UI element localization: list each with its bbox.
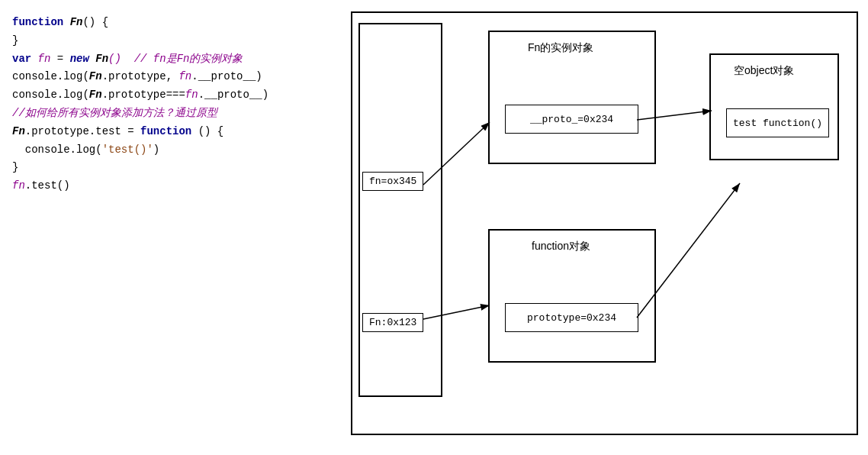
- left-inner-box: [358, 23, 442, 397]
- code-token: () // fn是Fn的实例对象: [108, 53, 243, 65]
- object-box: 空object对象 test function(): [709, 53, 839, 160]
- code-line-l8: //如何给所有实例对象添加方法？通过原型: [12, 105, 331, 123]
- code-token: =: [50, 53, 69, 65]
- code-token: .prototype===: [102, 89, 185, 101]
- code-line-l9: Fn.prototype.test = function () {: [12, 123, 331, 141]
- code-token: Fn: [70, 16, 83, 28]
- code-token: fn: [12, 179, 25, 192]
- code-line-l10: console.log('test()'): [12, 141, 331, 160]
- diagram-area: fn=ox345 Fn:0x123 Fn的实例对象 __proto_=0x234…: [343, 8, 862, 443]
- instance-box: Fn的实例对象 __proto_=0x234: [488, 31, 656, 164]
- code-token: function: [12, 16, 70, 28]
- code-token: console.log(: [12, 144, 102, 156]
- code-token: console.log(: [12, 89, 89, 101]
- code-token: fn: [185, 89, 198, 101]
- function-box: function对象 prototype=0x234: [488, 229, 656, 363]
- function-title: function对象: [532, 240, 590, 253]
- code-token: .prototype,: [102, 70, 179, 82]
- test-box: test function(): [726, 108, 829, 137]
- code-token: () {: [191, 125, 223, 137]
- code-token: ): [153, 144, 159, 156]
- prototype-box: prototype=0x234: [505, 303, 638, 332]
- code-token: Fn: [95, 53, 108, 65]
- code-token: Fn: [89, 70, 102, 82]
- code-token: console.log(: [12, 70, 89, 82]
- object-title: 空object对象: [734, 64, 794, 78]
- code-token: }: [12, 34, 18, 47]
- code-line-l5: console.log(Fn.prototype, fn.__proto__): [12, 68, 331, 86]
- code-token: .prototype.test =: [25, 125, 140, 137]
- code-token: new: [70, 53, 96, 65]
- code-line-l3: }: [12, 32, 331, 50]
- code-token: var: [12, 53, 38, 65]
- code-token: Fn: [12, 125, 25, 137]
- code-token: Fn: [89, 89, 102, 101]
- code-token: }: [12, 161, 18, 173]
- fn-label: fn=ox345: [362, 172, 423, 191]
- code-token: fn: [38, 53, 51, 65]
- code-panel: function Fn() {}var fn = new Fn() // fn是…: [0, 0, 343, 455]
- code-token: () {: [82, 16, 108, 28]
- code-token: //如何给所有实例对象添加方法？通过原型: [12, 107, 217, 119]
- code-token: .__proto__): [191, 70, 262, 82]
- code-token: fn: [178, 70, 191, 82]
- code-line-l12: fn.test(): [12, 177, 331, 195]
- code-line-l4: var fn = new Fn() // fn是Fn的实例对象: [12, 50, 331, 69]
- code-line-l6: console.log(Fn.prototype===fn.__proto__): [12, 86, 331, 105]
- code-token: function: [140, 125, 191, 137]
- code-token: .test(): [25, 179, 70, 192]
- code-line-l1: function Fn() {: [12, 14, 331, 32]
- code-line-l11: }: [12, 159, 331, 177]
- fn-addr-label: Fn:0x123: [362, 313, 423, 332]
- proto-box: __proto_=0x234: [505, 105, 638, 134]
- instance-title: Fn的实例对象: [528, 41, 593, 55]
- code-token: 'test()': [102, 144, 153, 156]
- code-token: .__proto__): [198, 89, 268, 101]
